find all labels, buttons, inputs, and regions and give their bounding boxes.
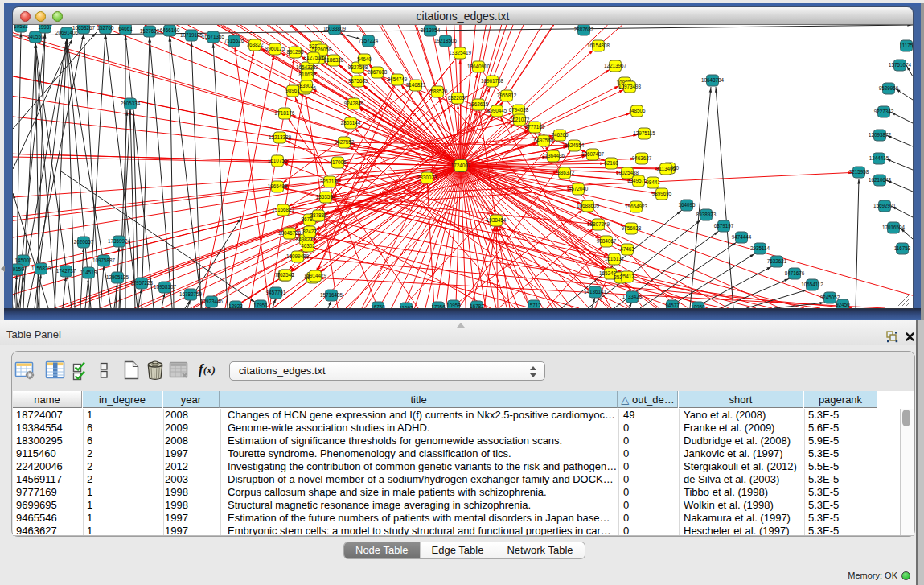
svg-text:54640: 54640 [357, 56, 372, 62]
svg-text:83902: 83902 [299, 83, 314, 89]
svg-text:763822: 763822 [246, 42, 264, 47]
svg-text:17359924: 17359924 [108, 238, 131, 244]
svg-text:10025438: 10025438 [616, 170, 639, 175]
svg-text:1615137: 1615137 [605, 256, 625, 262]
svg-text:8938923: 8938923 [696, 212, 717, 217]
svg-text:16758: 16758 [371, 304, 385, 308]
svg-text:7386372: 7386372 [555, 170, 575, 175]
svg-text:8454749: 8454749 [388, 76, 408, 82]
svg-text:10046728: 10046728 [278, 230, 302, 236]
svg-text:18640910: 18640910 [467, 64, 491, 69]
svg-text:10719185: 10719185 [180, 32, 203, 38]
svg-text:10654112: 10654112 [801, 282, 823, 287]
svg-text:3875685: 3875685 [348, 78, 368, 84]
svg-text:10648784: 10648784 [701, 77, 725, 83]
svg-text:10973493: 10973493 [618, 84, 642, 89]
svg-text:9427552: 9427552 [335, 139, 355, 145]
svg-text:891295: 891295 [286, 49, 304, 55]
svg-text:3267130: 3267130 [320, 179, 340, 184]
svg-text:8186328: 8186328 [324, 57, 344, 63]
svg-text:818632: 818632 [298, 72, 316, 77]
svg-text:17957223: 17957223 [130, 280, 154, 286]
svg-text:2718176: 2718176 [275, 110, 295, 116]
svg-text:6497568: 6497568 [534, 138, 554, 143]
svg-text:12923446: 12923446 [200, 299, 224, 304]
svg-text:9463627: 9463627 [632, 155, 652, 161]
svg-text:16154808: 16154808 [587, 43, 610, 48]
svg-text:145001: 145001 [14, 257, 32, 263]
svg-text:8960125: 8960125 [265, 46, 285, 51]
svg-text:19166827: 19166827 [272, 207, 295, 212]
svg-text:16033809: 16033809 [323, 26, 347, 31]
svg-text:19937: 19937 [38, 25, 52, 30]
svg-text:164095: 164095 [678, 202, 696, 208]
svg-text:21364436: 21364436 [542, 153, 565, 159]
svg-text:762540: 762540 [277, 272, 294, 278]
svg-text:9084067: 9084067 [597, 238, 617, 244]
svg-text:46302: 46302 [301, 243, 315, 249]
svg-text:7515526: 7515526 [224, 38, 244, 43]
svg-text:8471676: 8471676 [785, 270, 805, 276]
svg-text:11175: 11175 [900, 43, 913, 48]
svg-text:98961: 98961 [285, 88, 300, 93]
svg-text:9777169: 9777169 [525, 124, 545, 130]
svg-text:9146821: 9146821 [406, 82, 426, 88]
svg-text:5226058: 5226058 [312, 47, 332, 52]
svg-text:9899695: 9899695 [652, 191, 672, 196]
svg-text:17956: 17956 [431, 304, 446, 308]
svg-text:12905135: 12905135 [106, 274, 129, 280]
svg-text:10533: 10533 [14, 25, 28, 29]
svg-text:20691406: 20691406 [55, 30, 79, 35]
svg-text:9529966: 9529966 [879, 85, 899, 91]
svg-text:1362615: 1362615 [469, 101, 489, 107]
svg-text:2803144: 2803144 [341, 120, 361, 126]
svg-text:16961758: 16961758 [481, 78, 504, 84]
svg-text:2020657: 2020657 [74, 239, 94, 245]
svg-text:2867608: 2867608 [368, 69, 388, 75]
svg-text:11092: 11092 [399, 305, 413, 308]
svg-text:15692971: 15692971 [873, 203, 897, 208]
svg-text:7357224: 7357224 [359, 38, 379, 43]
svg-text:12093872: 12093872 [869, 132, 892, 138]
svg-text:1733426: 1733426 [622, 294, 643, 299]
svg-text:140557: 140557 [27, 34, 44, 39]
svg-text:12213389: 12213389 [269, 134, 292, 140]
svg-text:15751074: 15751074 [889, 62, 912, 68]
svg-text:10653267: 10653267 [72, 25, 96, 31]
svg-text:1610755: 1610755 [268, 158, 288, 163]
svg-text:25412: 25412 [620, 274, 634, 279]
svg-text:1353594: 1353594 [316, 194, 336, 200]
svg-text:10958: 10958 [691, 304, 705, 308]
svg-text:98441: 98441 [646, 179, 660, 185]
svg-text:8127503: 8127503 [304, 55, 324, 60]
svg-text:2330023: 2330023 [417, 175, 437, 180]
svg-text:3215958: 3215958 [849, 169, 869, 175]
svg-text:16782759: 16782759 [179, 291, 203, 297]
svg-text:6379197: 6379197 [714, 223, 734, 229]
svg-text:14136141: 14136141 [584, 289, 607, 295]
svg-text:116753: 116753 [894, 245, 911, 251]
svg-text:10958107: 10958107 [154, 284, 177, 290]
svg-text:10688609: 10688609 [577, 203, 600, 208]
svg-text:3624554: 3624554 [565, 142, 585, 148]
svg-text:1938454: 1938454 [487, 217, 507, 223]
svg-text:8813054: 8813054 [421, 27, 441, 33]
svg-text:15914479: 15914479 [304, 273, 327, 278]
svg-text:92450: 92450 [836, 302, 850, 307]
svg-text:1527602: 1527602 [140, 28, 160, 34]
svg-text:114519: 114519 [80, 270, 97, 275]
svg-text:12923: 12923 [228, 303, 243, 308]
svg-text:1156829: 1156829 [31, 266, 51, 271]
svg-text:1588520: 1588520 [428, 89, 448, 94]
svg-text:9227342: 9227342 [874, 109, 894, 114]
svg-text:9474444: 9474444 [732, 234, 752, 240]
svg-text:746266: 746266 [551, 132, 569, 138]
svg-text:9457791: 9457791 [266, 290, 286, 295]
svg-text:12213967: 12213967 [604, 63, 627, 68]
svg-text:17951: 17951 [253, 303, 268, 308]
svg-text:15712: 15712 [527, 303, 541, 308]
svg-text:16782: 16782 [470, 303, 484, 308]
svg-text:2905334: 2905334 [121, 101, 141, 106]
svg-text:10958: 10958 [446, 303, 461, 308]
svg-text:13325419: 13325419 [449, 50, 472, 56]
